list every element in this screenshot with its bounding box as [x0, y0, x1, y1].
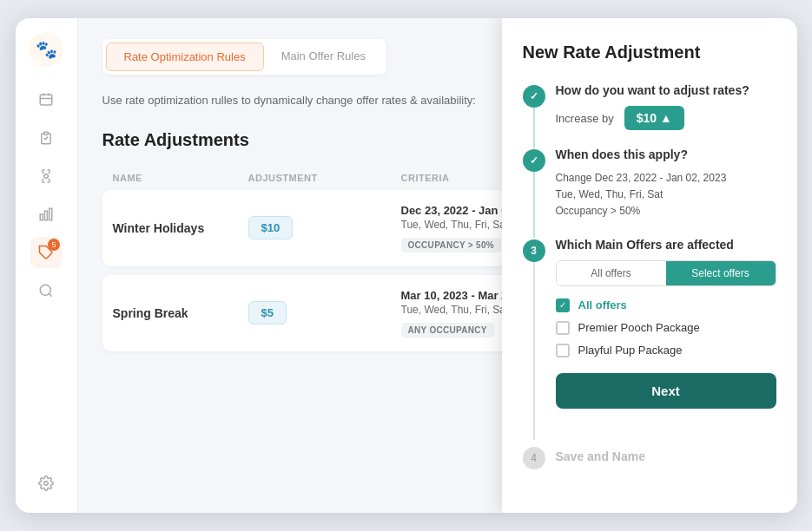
- step-1-icon: ✓: [523, 85, 545, 108]
- svg-point-2: [44, 174, 49, 179]
- step-2: ✓ When does this apply? Change Dec 23, 2…: [523, 148, 776, 220]
- step-3: 3 Which Main Offers are affected All off…: [523, 238, 776, 423]
- adjustment-badge: $5: [248, 301, 287, 324]
- col-name: NAME: [113, 173, 234, 183]
- tab-main-offer[interactable]: Main Offer Rules: [264, 43, 383, 71]
- offer-tab-all[interactable]: All offers: [557, 261, 666, 285]
- adjustment-cell: $10: [248, 216, 387, 239]
- svg-rect-5: [50, 208, 52, 220]
- offer-tab-select[interactable]: Select offers: [666, 261, 776, 285]
- criteria-badge: ANY OCCUPANCY: [401, 323, 494, 338]
- adjustment-cell: $5: [248, 301, 387, 324]
- step-2-info: Change Dec 23, 2022 - Jan 02, 2023 Tue, …: [556, 170, 776, 220]
- services-badge: 5: [48, 239, 60, 251]
- step-4: 4 Save and Name: [523, 440, 776, 469]
- svg-point-8: [44, 482, 49, 486]
- svg-rect-4: [45, 211, 48, 220]
- sidebar-item-pets[interactable]: [30, 161, 62, 192]
- step-2-question: When does this apply?: [556, 148, 776, 161]
- row-name: Winter Holidays: [113, 221, 234, 235]
- offer-option-all: ✓ All offers: [556, 298, 776, 312]
- sidebar-item-home[interactable]: [30, 84, 62, 115]
- next-button[interactable]: Next: [556, 373, 776, 409]
- step-1-content: How do you want to adjust rates? Increas…: [556, 83, 776, 130]
- tab-rate-optimization[interactable]: Rate Optimization Rules: [106, 43, 264, 71]
- offer-checkbox-playful[interactable]: [556, 344, 570, 357]
- offer-checkbox-all[interactable]: ✓: [556, 298, 570, 312]
- col-adjustment: ADJUSTMENT: [248, 173, 387, 183]
- row-name: Spring Break: [113, 306, 234, 320]
- step-4-label: Save and Name: [556, 447, 646, 469]
- increase-badge: $10 ▲: [624, 106, 684, 130]
- svg-point-7: [40, 285, 50, 295]
- sidebar: 🐾 5: [16, 18, 78, 513]
- step-3-content: Which Main Offers are affected All offer…: [556, 238, 776, 423]
- step-3-icon: 3: [523, 239, 545, 262]
- right-panel: New Rate Adjustment ✓ How do you want to…: [502, 18, 797, 513]
- sidebar-item-search[interactable]: [30, 275, 62, 306]
- tab-bar: Rate Optimization Rules Main Offer Rules: [102, 39, 386, 75]
- offer-checkbox-premier[interactable]: [556, 321, 570, 335]
- increase-label: Increase by: [556, 112, 614, 125]
- adjustment-badge: $10: [248, 216, 294, 239]
- criteria-badge: OCCUPANCY > 50%: [401, 238, 501, 252]
- offer-tabs: All offers Select offers: [556, 260, 776, 286]
- step-4-icon: 4: [523, 447, 545, 469]
- step-2-content: When does this apply? Change Dec 23, 202…: [556, 148, 776, 220]
- panel-title: New Rate Adjustment: [523, 43, 776, 62]
- offer-label-all: All offers: [578, 298, 627, 311]
- step-1: ✓ How do you want to adjust rates? Incre…: [523, 83, 776, 130]
- svg-rect-1: [44, 132, 49, 134]
- offer-label-premier: Premier Pooch Package: [578, 321, 700, 334]
- increase-row: Increase by $10 ▲: [556, 106, 776, 130]
- step-3-question: Which Main Offers are affected: [556, 238, 776, 252]
- app-logo: 🐾: [29, 32, 63, 67]
- offer-label-playful: Playful Pup Package: [578, 344, 683, 357]
- offer-option-playful: Playful Pup Package: [556, 344, 776, 357]
- step-2-icon: ✓: [523, 149, 545, 172]
- offer-option-premier: Premier Pooch Package: [556, 321, 776, 335]
- sidebar-item-chart[interactable]: [30, 199, 62, 230]
- svg-rect-3: [40, 214, 43, 220]
- sidebar-item-checklist[interactable]: [30, 122, 62, 154]
- sidebar-item-settings[interactable]: [30, 468, 62, 499]
- sidebar-item-services[interactable]: 5: [30, 237, 62, 268]
- app-container: 🐾 5 Rate Optimization Rules Main: [16, 18, 797, 513]
- step-1-question: How do you want to adjust rates?: [556, 83, 776, 97]
- svg-rect-0: [40, 95, 52, 105]
